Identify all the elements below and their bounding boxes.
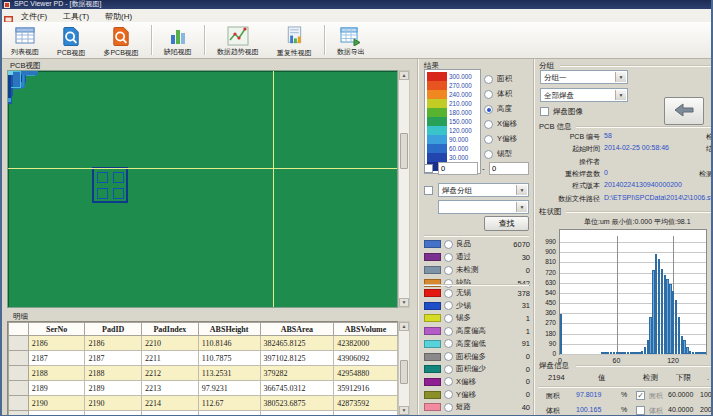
radio-icon[interactable] xyxy=(444,352,453,361)
chevron-down-icon[interactable]: ▼ xyxy=(615,90,626,100)
table-row[interactable]: 219021902214112.67380523.687542873592 xyxy=(9,396,398,411)
scrollbar-thumb[interactable] xyxy=(400,360,408,384)
metric-radio-5[interactable]: 锡型 xyxy=(484,148,512,160)
table-cell: 42954880 xyxy=(334,366,398,381)
group-value-select[interactable]: ▼ xyxy=(438,200,529,214)
group-select[interactable]: 分组一 ▼ xyxy=(540,70,628,84)
scroll-up-icon[interactable]: ▲ xyxy=(399,322,409,331)
table-cell: 379282 xyxy=(260,366,334,381)
back-arrow-button[interactable] xyxy=(664,97,704,125)
table-cell: 113.2531 xyxy=(198,366,260,381)
legend-item-缺陷[interactable]: 缺陷542 xyxy=(424,278,530,288)
colorbar-band xyxy=(427,144,447,153)
radio-icon[interactable] xyxy=(444,403,453,412)
legend-item-少锡[interactable]: 少锡31 xyxy=(424,301,530,311)
legend-count: 0 xyxy=(526,365,530,374)
table-row[interactable]: 218621862210110.8146382465.812542382000 xyxy=(9,336,398,351)
range-filter-checkbox[interactable] xyxy=(424,164,433,173)
colorbar-row: 150.000 xyxy=(427,117,478,126)
radio-icon[interactable] xyxy=(444,390,453,399)
row-header-cell[interactable] xyxy=(9,351,29,366)
pad-lower-limit: 60.0000 xyxy=(668,391,693,398)
chevron-down-icon[interactable]: ▼ xyxy=(516,202,527,212)
metric-radio-0[interactable]: 面积 xyxy=(484,73,512,85)
row-header-cell[interactable] xyxy=(9,396,29,411)
table-row[interactable]: 218821882212113.253137928242954880 xyxy=(9,366,398,381)
legend-item-高度偏高[interactable]: 高度偏高1 xyxy=(424,326,530,336)
row-header-cell[interactable] xyxy=(9,381,29,396)
radio-icon[interactable] xyxy=(444,279,453,288)
info-label: PCB 编号 xyxy=(536,132,600,142)
metric-radio-4[interactable]: Y偏移 xyxy=(484,133,517,145)
search-button[interactable]: 查找 xyxy=(484,216,529,231)
radio-icon[interactable] xyxy=(444,253,453,262)
toolbar-button-trend-chart[interactable]: 数据趋势视图 xyxy=(209,23,267,57)
menu-app-icon[interactable] xyxy=(4,11,13,20)
radio-icon[interactable] xyxy=(484,150,493,159)
scroll-down-icon[interactable]: ▼ xyxy=(399,406,409,415)
legend-item-高度偏低[interactable]: 高度偏低91 xyxy=(424,339,530,349)
pad-image-checkbox[interactable] xyxy=(540,107,549,116)
info-value: 0 xyxy=(604,169,608,176)
legend-item-锡多[interactable]: 锡多1 xyxy=(424,313,530,323)
legend-item-通过[interactable]: 通过30 xyxy=(424,252,530,262)
toolbar-button-pcb-search[interactable]: PCB视图 xyxy=(49,23,93,57)
legend-item-面积偏多[interactable]: 面积偏多0 xyxy=(424,352,530,362)
radio-icon[interactable] xyxy=(444,314,453,323)
radio-icon[interactable] xyxy=(444,339,453,348)
menu-bar: 文件(F)工具(T)帮助(H) xyxy=(0,9,713,22)
chevron-down-icon[interactable]: ▼ xyxy=(516,185,527,195)
metric-radio-1[interactable]: 体积 xyxy=(484,88,512,100)
toolbar-button-list-view[interactable]: 列表视图 xyxy=(3,23,47,57)
group-filter-checkbox[interactable] xyxy=(424,186,433,195)
chevron-down-icon[interactable]: ▼ xyxy=(615,72,626,82)
toolbar-button-repeat-report[interactable]: 重复性视图 xyxy=(269,23,320,57)
pad-check[interactable] xyxy=(636,406,645,415)
radio-icon[interactable] xyxy=(444,377,453,386)
radio-icon[interactable] xyxy=(444,365,453,374)
row-header-cell[interactable] xyxy=(9,366,29,381)
legend-item-X偏移[interactable]: X偏移0 xyxy=(424,377,530,387)
toolbar-button-multi-pcb-search[interactable]: 多PCB视图 xyxy=(95,23,146,57)
radio-icon[interactable] xyxy=(444,327,453,336)
colorbar-row: 30.000 xyxy=(427,153,478,162)
legend-item-短路[interactable]: 短路40 xyxy=(424,402,530,412)
scroll-up-icon[interactable]: ▲ xyxy=(399,71,409,80)
colorbar-band xyxy=(427,72,447,81)
table-row[interactable]: 21892189221397.9231366745.031235912916 xyxy=(9,381,398,396)
toolbar-button-data-export[interactable]: 数据导出 xyxy=(329,23,373,57)
range-to-input[interactable] xyxy=(489,162,529,175)
radio-icon[interactable] xyxy=(484,120,493,129)
radio-icon[interactable] xyxy=(484,105,493,114)
group-by-select[interactable]: 焊盘分组 ▼ xyxy=(438,183,529,197)
radio-icon[interactable] xyxy=(484,90,493,99)
toolbar-separator xyxy=(151,25,152,55)
pcb-bga-pad xyxy=(97,172,108,183)
legend-item-面积偏少[interactable]: 面积偏少0 xyxy=(424,364,530,374)
pcb-canvas[interactable] xyxy=(7,70,398,308)
column-header-ABSHeight: ABSHeight xyxy=(198,323,260,336)
metric-radio-2[interactable]: 高度 xyxy=(484,103,512,115)
range-from-input[interactable] xyxy=(438,162,478,175)
y-axis-tick-label: 180 xyxy=(534,330,556,337)
legend-item-无锡[interactable]: 无锡378 xyxy=(424,288,530,298)
pad-select[interactable]: 全部焊盘 ▼ xyxy=(540,88,628,102)
radio-icon[interactable] xyxy=(444,289,453,298)
radio-icon[interactable] xyxy=(444,266,453,275)
pad-check[interactable]: ✓ xyxy=(636,391,645,400)
legend-item-良品[interactable]: 良品6070 xyxy=(424,239,530,249)
scrollbar-thumb[interactable] xyxy=(400,133,408,169)
table-row[interactable]: 218721872211110.7875397102.812543906092 xyxy=(9,351,398,366)
defect-chart-icon xyxy=(168,26,188,46)
legend-item-Y偏移[interactable]: Y偏移0 xyxy=(424,390,530,400)
pcb-bga-pad xyxy=(113,172,124,183)
toolbar-button-defect-chart[interactable]: 缺陷视图 xyxy=(156,23,200,57)
scroll-down-icon[interactable]: ▼ xyxy=(399,298,409,307)
radio-icon[interactable] xyxy=(484,75,493,84)
radio-icon[interactable] xyxy=(444,301,453,310)
row-header-cell[interactable] xyxy=(9,336,29,351)
legend-item-未检测[interactable]: 未检测0 xyxy=(424,265,530,275)
metric-radio-3[interactable]: X偏移 xyxy=(484,118,517,130)
radio-icon[interactable] xyxy=(444,240,453,249)
radio-icon[interactable] xyxy=(484,135,493,144)
